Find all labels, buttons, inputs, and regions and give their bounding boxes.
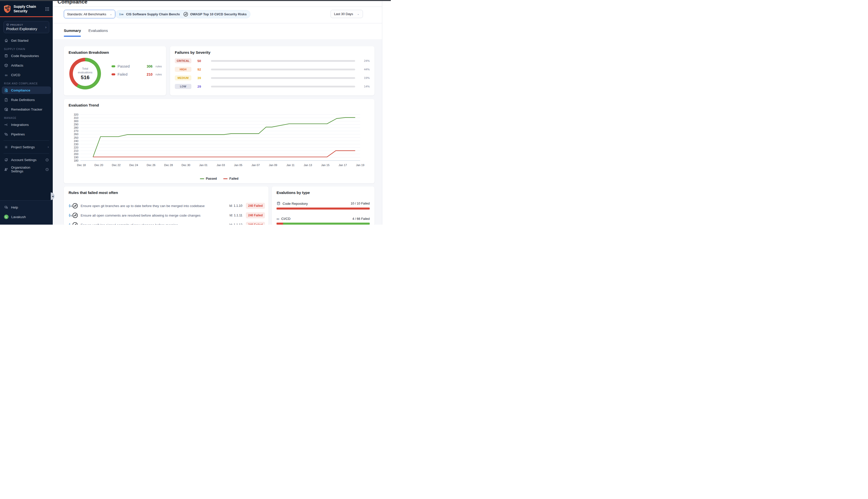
failed-count: 210 (147, 72, 152, 76)
right-rail (382, 1, 391, 224)
sidebar-item-help[interactable]: ? Help (0, 204, 53, 211)
svg-text:Jan 19: Jan 19 (356, 163, 364, 167)
nav-section-manage: MANAGE (0, 117, 53, 119)
owasp-logo-icon (72, 212, 78, 218)
tab-summary[interactable]: Summary (64, 28, 81, 33)
severity-count: 29 (197, 85, 206, 88)
rules-failed-card: Rules that failed most often CIS Ensure … (64, 186, 269, 224)
svg-text:Jan 11: Jan 11 (286, 163, 294, 167)
sidebar-item-code-repositories[interactable]: Code Repositories (0, 52, 53, 60)
svg-text:Dec 30: Dec 30 (182, 163, 190, 167)
type-status: 4 / 66 Failed (352, 217, 370, 221)
rule-row[interactable]: CIS Ensure open git branches are up to d… (69, 202, 265, 209)
remediation-box-icon (4, 108, 8, 111)
user-name: Lavakush (11, 215, 26, 219)
severity-percent: 24% (364, 59, 370, 62)
evaluations-by-type-card: Evalutions by type Code Repository 10 / … (272, 186, 374, 224)
sidebar-item-account-settings[interactable]: Account Settings (0, 156, 53, 163)
chevron-right-icon: › (48, 145, 49, 149)
active-tab-indicator (64, 36, 81, 37)
page-header: Compliance (53, 1, 382, 7)
artifact-box-icon (4, 63, 8, 67)
help-chat-icon: ? (4, 206, 8, 209)
rule-row[interactable]: CIS Ensure verifying signed commits of n… (69, 221, 265, 224)
severity-percent: 19% (364, 76, 370, 80)
severity-bar (211, 77, 355, 79)
svg-text:Jan 15: Jan 15 (321, 163, 330, 167)
summary-content: Evaluation Breakdown Total evaluations 5… (53, 39, 382, 224)
severity-row-critical: CRITICAL 50 24% (175, 58, 370, 63)
svg-text:220: 220 (74, 146, 78, 149)
user-menu[interactable]: L Lavakush (0, 213, 53, 221)
sidebar-item-cicd[interactable]: ∞ CI/CD (0, 71, 53, 78)
window-top-strip (0, 0, 391, 1)
svg-text:Dec 24: Dec 24 (129, 163, 138, 167)
sidebar-item-compliance[interactable]: Compliance (2, 86, 51, 94)
severity-bar (211, 69, 355, 70)
sidebar-divider (3, 141, 49, 141)
infinity-icon: ∞ (4, 73, 8, 77)
sidebar-item-integrations[interactable]: Integrations (0, 121, 53, 129)
sidebar-item-rule-definitions[interactable]: Rule Definitions (0, 96, 53, 104)
severity-badge: LOW (175, 84, 191, 89)
brand-accent-bar (0, 16, 53, 17)
failures-by-severity-card: Failures by Severity CRITICAL 50 24% HIG… (170, 46, 374, 96)
nav-section-supply-chain: SUPPLY CHAIN (0, 48, 53, 50)
total-evaluations-value: 516 (80, 74, 89, 81)
severity-bar (211, 86, 355, 87)
svg-text:240: 240 (74, 139, 78, 143)
nav-section-risk-compliance: RISK AND COMPLIANCE (0, 82, 53, 85)
svg-text:270: 270 (74, 130, 78, 132)
filter-bar: Standards: All Benchmarks ⌄ CIS CIS Soft… (53, 7, 382, 23)
svg-text:250: 250 (74, 136, 78, 139)
sidebar-item-remediation-tracker[interactable]: Remediation Tracker (0, 106, 53, 113)
rule-text: Ensure verifying signed commits of new c… (80, 223, 178, 225)
sidebar-item-organization-settings[interactable]: Organization Settings (0, 166, 53, 173)
passed-count: 306 (147, 64, 152, 68)
standards-dropdown[interactable]: Standards: All Benchmarks ⌄ (64, 10, 115, 19)
severity-percent: 14% (364, 85, 370, 88)
trend-legend-failed: Failed (223, 177, 238, 180)
info-icon[interactable] (46, 158, 49, 161)
info-icon[interactable] (46, 168, 49, 171)
date-range-dropdown[interactable]: Last 30 Days ⌄ (331, 10, 363, 18)
evaluation-trend-card: Evaluation Trend 18019020021022023024025… (64, 99, 374, 183)
severity-count: 39 (197, 76, 206, 80)
svg-text:320: 320 (74, 113, 78, 116)
tab-evaluations[interactable]: Evaluations (88, 28, 108, 33)
svg-text:190: 190 (74, 156, 78, 159)
svg-text:180: 180 (74, 159, 78, 162)
sidebar-divider (3, 153, 49, 154)
card-title: Evaluation Trend (69, 103, 99, 107)
svg-text:310: 310 (74, 116, 78, 119)
rule-id: Id: 1.1.11 (230, 214, 243, 217)
severity-row-high: HIGH 92 44% (175, 66, 370, 72)
svg-text:Jan 17: Jan 17 (338, 163, 347, 167)
evaluation-trend-chart: 1801902002102202302402502602702802903003… (64, 109, 374, 172)
rule-row[interactable]: CIS Ensure all open comments are resolve… (69, 211, 265, 219)
module-grid-icon[interactable] (45, 7, 49, 11)
layers-gear-icon (4, 158, 8, 162)
svg-text:230: 230 (74, 143, 78, 146)
shield-logo-icon (3, 5, 11, 13)
sidebar-item-project-settings[interactable]: Project Settings › (0, 143, 53, 151)
project-selector[interactable]: PROJECT Product Exploratory › (3, 21, 49, 33)
rule-text: Ensure all open comments are resolved be… (80, 214, 200, 217)
svg-text:Jan 07: Jan 07 (251, 163, 260, 167)
severity-count: 92 (197, 68, 206, 71)
sidebar-item-pipelines[interactable]: Pipelines (0, 130, 53, 138)
chevron-down-icon: ⌄ (110, 13, 112, 16)
sidebar-item-get-started[interactable]: Get Started (0, 37, 53, 44)
sidebar-nav: Get Started SUPPLY CHAIN Code Repositori… (0, 33, 53, 173)
severity-badge: MEDIUM (175, 75, 191, 81)
svg-text:Dec 18: Dec 18 (77, 163, 86, 167)
app-logo-row: Supply Chain Security (0, 1, 53, 16)
svg-text:Dec 28: Dec 28 (164, 163, 173, 167)
severity-badge: CRITICAL (175, 58, 191, 63)
owasp-logo-icon (183, 12, 188, 16)
sidebar-item-artifacts[interactable]: Artifacts (0, 62, 53, 69)
app-title: Supply Chain Security (14, 4, 41, 13)
card-title: Failures by Severity (175, 50, 210, 54)
benchmark-chip-owasp[interactable]: OWASP Top 10 CI/CD Security Risks (179, 10, 250, 19)
page-title: Compliance (58, 1, 87, 5)
